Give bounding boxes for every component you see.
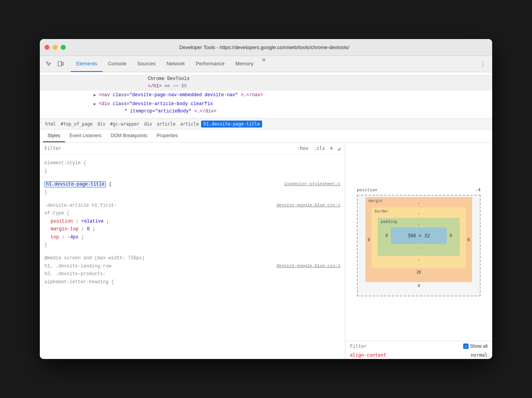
toolbar-icons — [43, 58, 66, 69]
h1-devsite-rule: h1.devsite-page-title { inspector-styles… — [40, 179, 345, 198]
show-all-wrap: ✓ Show all — [463, 344, 488, 349]
devtools-toolbar: Elements Console Sources Network Perform… — [40, 56, 492, 72]
crumb-div-2[interactable]: div — [142, 121, 155, 128]
titlebar: Developer Tools - https://developers.goo… — [40, 39, 492, 56]
devtools-tabs: Elements Console Sources Network Perform… — [71, 56, 477, 72]
dom-panel: Chrome DevTools </h1> == == $0 ▶ <nav cl… — [40, 72, 492, 119]
dom-line-div[interactable]: ▶ <div class="devsite-article-body clear… — [40, 100, 492, 116]
bm-content: 368 × 32 — [391, 228, 447, 244]
subtab-styles[interactable]: Styles — [43, 129, 65, 142]
tab-performance[interactable]: Performance — [190, 56, 230, 72]
border-label: border — [375, 209, 389, 213]
filter-bar: :hov .cls + ◢ — [40, 143, 345, 155]
filter-input[interactable] — [44, 146, 293, 151]
bm-margin: margin - border - padding - — [365, 197, 472, 282]
minimize-button[interactable] — [53, 45, 58, 50]
tab-elements[interactable]: Elements — [71, 56, 102, 72]
computed-filter: ✓ Show all — [345, 341, 492, 351]
add-style-button[interactable]: + — [330, 145, 333, 152]
tab-console[interactable]: Console — [102, 56, 132, 72]
styles-panel: :hov .cls + ◢ element.style { } — [40, 143, 345, 359]
crumb-article-1[interactable]: article — [155, 121, 178, 128]
cursor-icon[interactable] — [43, 58, 54, 69]
crumb-article-2[interactable]: article — [178, 121, 201, 128]
computed-prop-value: normal — [471, 352, 488, 358]
inspector-stylesheet-link[interactable]: inspector-stylesheet:1 — [284, 180, 340, 188]
crumb-top-of-page[interactable]: #top_of_page — [58, 121, 95, 128]
svg-rect-0 — [58, 61, 61, 66]
box-model: position -4 margin - border - — [357, 187, 481, 296]
devtools-menu-button[interactable]: ⋮ — [477, 60, 489, 68]
computed-filter-input[interactable] — [350, 344, 460, 349]
tab-sources[interactable]: Sources — [132, 56, 161, 72]
close-button[interactable] — [44, 45, 49, 50]
dom-line-nav[interactable]: ▶ <nav class="devsite-page-nav-embedded … — [40, 91, 492, 100]
bm-padding: padding - 0 368 × 32 0 — [378, 218, 460, 256]
right-panel: position -4 margin - border - — [345, 143, 492, 359]
dom-line-h1[interactable]: Chrome DevTools </h1> == == $0 — [40, 75, 492, 91]
window-title: Developer Tools - https://developers.goo… — [72, 44, 457, 50]
cls-button[interactable]: .cls — [312, 145, 327, 151]
crumb-html[interactable]: html — [43, 121, 58, 128]
breadcrumb: html #top_of_page div #gc-wrapper div ar… — [40, 119, 492, 129]
subtab-dom-breakpoints[interactable]: DOM Breakpoints — [106, 129, 152, 142]
more-tabs-button[interactable]: » — [259, 56, 269, 72]
tab-network[interactable]: Network — [161, 56, 191, 72]
devsite-google-blue-link-2[interactable]: devsite-google-blue.css:1 — [276, 262, 340, 270]
devsite-article-rule: .devsite-article h1:first- devsite-googl… — [40, 200, 345, 250]
crumb-gc-wrapper[interactable]: #gc-wrapper — [108, 121, 142, 128]
crumb-h1[interactable]: h1.devsite-page-title — [201, 121, 262, 128]
styles-content: element.style { } h1.devsite-page-title … — [40, 155, 345, 359]
element-style-rule: element.style { } — [40, 158, 345, 177]
devtools-window: Developer Tools - https://developers.goo… — [40, 39, 492, 359]
sub-tabs: Styles Event Listeners DOM Breakpoints P… — [40, 129, 492, 143]
padding-label: padding — [381, 219, 397, 224]
device-icon[interactable] — [55, 58, 66, 69]
computed-prop-name: align-content — [350, 352, 386, 358]
margin-label: margin — [368, 199, 382, 203]
main-content: :hov .cls + ◢ element.style { } — [40, 143, 492, 359]
hov-button[interactable]: :hov — [296, 145, 310, 151]
devsite-google-blue-link[interactable]: devsite-google-blue.css:1 — [276, 202, 340, 209]
filter-controls: :hov .cls — [296, 145, 327, 151]
position-value: -4 — [476, 187, 481, 193]
media-rule: @media screen and (max-width: 720px) h1,… — [40, 253, 345, 287]
bm-border: border - padding - 0 — [372, 208, 466, 268]
filter-corner: ◢ — [337, 146, 340, 151]
svg-rect-1 — [62, 62, 63, 65]
subtab-properties[interactable]: Properties — [152, 129, 182, 142]
subtab-event-listeners[interactable]: Event Listeners — [65, 129, 106, 142]
computed-prop-row: align-content normal — [345, 351, 492, 359]
show-all-checkbox[interactable]: ✓ — [463, 344, 469, 349]
tab-memory[interactable]: Memory — [230, 56, 259, 72]
bm-outer: margin - border - padding - — [357, 195, 481, 296]
traffic-lights — [44, 45, 66, 50]
position-label: position — [357, 187, 377, 192]
show-all-label: Show all — [470, 344, 488, 349]
box-model-area: position -4 margin - border - — [345, 143, 492, 341]
maximize-button[interactable] — [61, 45, 66, 50]
crumb-div-1[interactable]: div — [95, 121, 108, 128]
